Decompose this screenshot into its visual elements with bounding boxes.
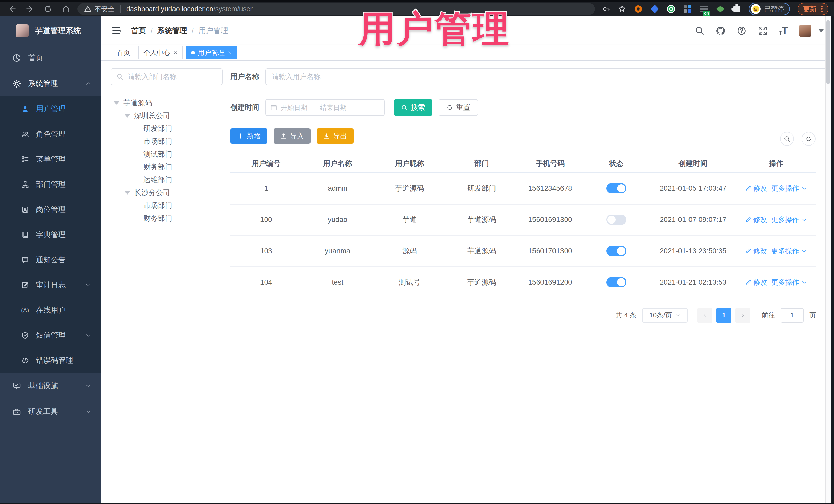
sidebar-item-audit-log[interactable]: 审计日志 xyxy=(0,272,101,298)
more-actions-link[interactable]: 更多操作 xyxy=(771,184,807,193)
sidebar-item-system[interactable]: 系统管理 xyxy=(0,71,101,96)
sidebar-item-infra[interactable]: 基础设施 xyxy=(0,373,101,399)
more-actions-link[interactable]: 更多操作 xyxy=(771,215,807,224)
fullscreen-icon[interactable] xyxy=(758,26,768,36)
users-icon xyxy=(21,130,29,138)
username-input[interactable] xyxy=(265,68,834,85)
close-icon[interactable] xyxy=(227,50,232,55)
tree-node[interactable]: 长沙分公司 xyxy=(111,186,223,199)
sidebar-item-post-mgmt[interactable]: 岗位管理 xyxy=(0,197,101,222)
caret-icon[interactable] xyxy=(125,114,130,117)
page-unit: 页 xyxy=(809,311,816,320)
sidebar-item-devtools[interactable]: 研发工具 xyxy=(0,399,101,424)
status-toggle[interactable] xyxy=(607,246,627,256)
close-icon[interactable] xyxy=(173,50,178,55)
status-toggle[interactable] xyxy=(607,277,627,287)
goto-page-input[interactable] xyxy=(781,308,804,323)
sidebar-item-online-users[interactable]: (A) 在线用户 xyxy=(0,298,101,323)
profile-paused-badge[interactable]: 已暂停 xyxy=(749,3,790,15)
tree-node[interactable]: 测试部门 xyxy=(111,148,223,161)
edit-link[interactable]: 修改 xyxy=(745,246,767,256)
breadcrumb-home[interactable]: 首页 xyxy=(131,26,146,36)
search-button[interactable]: 搜索 xyxy=(394,99,432,116)
extension-grid-icon[interactable] xyxy=(683,5,692,13)
add-button[interactable]: 新增 xyxy=(231,128,267,144)
status-toggle[interactable] xyxy=(607,215,627,225)
export-button[interactable]: 导出 xyxy=(317,128,354,144)
sidebar-item-home[interactable]: 首页 xyxy=(0,45,101,71)
sidebar-item-role-mgmt[interactable]: 角色管理 xyxy=(0,122,101,147)
sidebar-item-error-code[interactable]: 错误码管理 xyxy=(0,348,101,373)
extension-sprout-icon[interactable] xyxy=(716,5,725,13)
tree-node[interactable]: 市场部门 xyxy=(111,199,223,212)
update-button[interactable]: 更新 xyxy=(797,3,828,15)
url-host[interactable]: dashboard.yudao.iocoder.cn xyxy=(126,5,213,13)
extension-green-circle-icon[interactable] xyxy=(667,5,675,13)
caret-icon[interactable] xyxy=(114,101,119,105)
font-size-icon[interactable]: TT xyxy=(779,25,788,36)
tab-profile[interactable]: 个人中心 xyxy=(138,46,183,59)
url-path[interactable]: /system/user xyxy=(213,5,253,13)
tree-node[interactable]: 市场部门 xyxy=(111,135,223,148)
page-size-select[interactable]: 10条/页 xyxy=(642,308,688,323)
tree-node[interactable]: 芋道源码 xyxy=(111,96,223,109)
sidebar-item-dict-mgmt[interactable]: 字典管理 xyxy=(0,222,101,247)
url-bar[interactable]: 不安全 dashboard.yudao.iocoder.cn /system/u… xyxy=(78,3,595,15)
home-icon[interactable] xyxy=(62,5,70,13)
show-search-button[interactable] xyxy=(780,132,794,146)
sidebar-item-notice[interactable]: 通知公告 xyxy=(0,247,101,272)
help-icon[interactable] xyxy=(737,26,746,36)
key-icon[interactable] xyxy=(602,5,610,13)
sidebar-item-user-mgmt[interactable]: 用户管理 xyxy=(0,96,101,122)
date-start-placeholder[interactable]: 开始日期 xyxy=(281,103,307,112)
breadcrumb-system[interactable]: 系统管理 xyxy=(157,26,187,36)
github-icon[interactable] xyxy=(716,26,725,36)
extension-gem-icon[interactable] xyxy=(650,5,659,13)
sidebar-item-dept-mgmt[interactable]: 部门管理 xyxy=(0,172,101,197)
caret-icon[interactable] xyxy=(125,191,130,195)
forward-icon[interactable] xyxy=(26,5,35,13)
tab-home[interactable]: 首页 xyxy=(112,46,135,59)
prev-page-button[interactable] xyxy=(698,308,712,323)
edit-link[interactable]: 修改 xyxy=(745,215,767,224)
tree-node[interactable]: 运维部门 xyxy=(111,174,223,186)
import-button[interactable]: 导入 xyxy=(273,128,310,144)
more-actions-link[interactable]: 更多操作 xyxy=(771,246,807,256)
user-avatar[interactable] xyxy=(799,25,811,37)
reset-button[interactable]: 重置 xyxy=(439,99,478,116)
security-label[interactable]: 不安全 xyxy=(94,5,114,14)
status-toggle[interactable] xyxy=(607,183,627,194)
avatar-caret-icon[interactable] xyxy=(819,29,824,32)
tree-node[interactable]: 财务部门 xyxy=(111,161,223,174)
tree-node[interactable]: 深圳总公司 xyxy=(111,109,223,122)
page-1-button[interactable]: 1 xyxy=(717,308,731,323)
scrollbar-thumb[interactable] xyxy=(826,20,830,84)
tree-node[interactable]: 研发部门 xyxy=(111,122,223,135)
back-icon[interactable] xyxy=(8,5,17,13)
tree-list-icon xyxy=(21,155,29,163)
collapse-sidebar-icon[interactable] xyxy=(111,26,122,36)
sidebar-item-sms-mgmt[interactable]: 短信管理 xyxy=(0,323,101,348)
announcement-icon xyxy=(21,256,29,264)
app-logo-row[interactable]: 芋道管理系统 xyxy=(0,17,101,45)
dept-search-input[interactable] xyxy=(111,68,223,85)
sidebar-item-menu-mgmt[interactable]: 菜单管理 xyxy=(0,147,101,172)
toolbox-icon xyxy=(12,407,21,416)
more-actions-link[interactable]: 更多操作 xyxy=(771,278,807,287)
search-icon[interactable] xyxy=(695,26,704,36)
extensions-puzzle-icon[interactable] xyxy=(732,5,741,13)
star-icon[interactable] xyxy=(618,5,626,13)
tab-user-mgmt[interactable]: 用户管理 xyxy=(186,46,237,59)
extension-orange-icon[interactable] xyxy=(634,5,642,13)
date-end-placeholder[interactable]: 结束日期 xyxy=(320,103,347,112)
edit-link[interactable]: 修改 xyxy=(745,184,767,193)
scrollbar[interactable] xyxy=(825,17,831,504)
tree-node[interactable]: 财务部门 xyxy=(111,212,223,225)
reload-icon[interactable] xyxy=(44,5,52,13)
refresh-button[interactable] xyxy=(802,132,815,146)
extension-switch-icon[interactable]: on xyxy=(700,5,708,13)
next-page-button[interactable] xyxy=(736,308,750,323)
browser-menu-icon[interactable] xyxy=(821,6,823,12)
date-range-picker[interactable]: 开始日期 - 结束日期 xyxy=(265,99,385,116)
edit-link[interactable]: 修改 xyxy=(745,278,767,287)
